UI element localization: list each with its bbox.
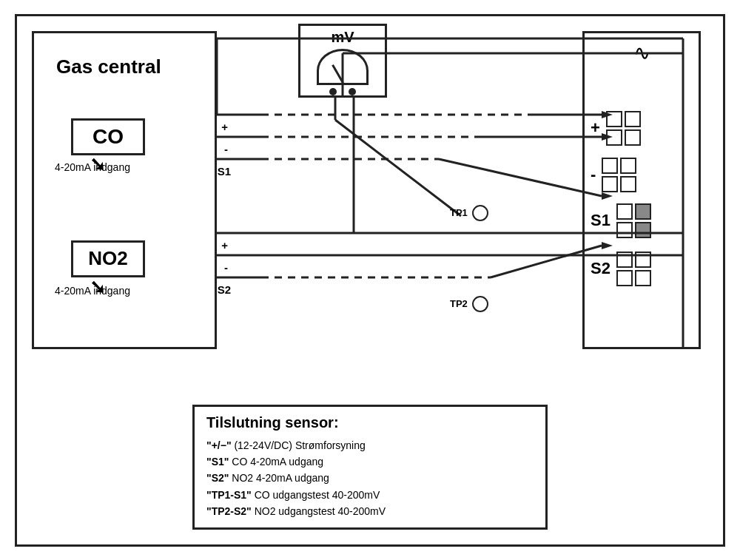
- tp1-test-point: TP1: [450, 205, 488, 221]
- no2-sensor-box: NO2: [71, 240, 145, 277]
- connector-box: [625, 111, 641, 127]
- legend-item-4: "TP1-S1" CO udgangstest 40-200mV: [206, 487, 534, 503]
- tp1-label: TP1: [450, 207, 468, 218]
- connector-box: [602, 176, 618, 192]
- svg-line-17: [335, 120, 461, 216]
- mv-needle-icon: [332, 64, 344, 84]
- connector-box: [625, 129, 641, 146]
- connector-box: [616, 252, 633, 268]
- connector-box-filled: [635, 203, 651, 220]
- mv-label: mV: [331, 26, 354, 46]
- tp2-test-point: TP2: [450, 296, 488, 312]
- no2-label: NO2: [88, 247, 127, 270]
- connector-box: [616, 270, 633, 286]
- co-arrow-icon: ➘: [90, 153, 106, 176]
- legend-item-1: "+/−" (12-24V/DC) Strømforsyning: [206, 437, 534, 453]
- no2-minus-terminal: -: [224, 261, 228, 274]
- tp2-circle-icon: [472, 296, 488, 312]
- no2-arrow-icon: ➘: [90, 276, 106, 299]
- legend-item-3: "S2" NO2 4-20mA udgang: [206, 470, 534, 486]
- gas-central-title: Gas central: [56, 55, 161, 78]
- right-panel: ∿ + -: [582, 31, 701, 349]
- mv-meter: mV: [298, 24, 387, 98]
- connector-box: [602, 158, 618, 174]
- connector-box: [616, 203, 633, 220]
- right-plus-terminal: +: [591, 118, 600, 138]
- no2-s2-terminal: S2: [218, 283, 231, 296]
- no2-plus-terminal: +: [221, 239, 228, 252]
- connector-box: [635, 270, 651, 286]
- svg-line-12: [439, 159, 602, 196]
- legend-item-2: "S1" CO 4-20mA udgang: [206, 453, 534, 470]
- connector-box: [620, 176, 636, 192]
- connector-box: [606, 111, 622, 127]
- wave-symbol-icon: ∿: [633, 41, 650, 65]
- connector-box: [620, 158, 636, 174]
- co-sensor-box: CO: [71, 118, 145, 155]
- gas-central-box: Gas central CO 4-20mA indgang ➘ NO2 4-20…: [32, 31, 217, 349]
- legend-title: Tilslutning sensor:: [206, 414, 534, 431]
- connector-box: [606, 129, 622, 146]
- co-s1-terminal: S1: [218, 165, 231, 178]
- co-plus-terminal: +: [221, 121, 228, 133]
- right-minus-terminal: -: [591, 165, 596, 184]
- right-s1-terminal: S1: [591, 211, 610, 230]
- co-label: CO: [92, 125, 124, 149]
- connector-box: [616, 222, 633, 238]
- right-s2-terminal: S2: [591, 259, 610, 278]
- legend-box: Tilslutning sensor: "+/−" (12-24V/DC) St…: [192, 405, 548, 530]
- legend-item-5: "TP2-S2" NO2 udgangstest 40-200mV: [206, 503, 534, 519]
- probe-dot-right: [349, 88, 356, 95]
- connector-box: [635, 252, 651, 268]
- probe-dot-left: [329, 88, 337, 95]
- tp2-label: TP2: [450, 298, 468, 309]
- mv-meter-circle: [317, 49, 369, 85]
- tp1-circle-icon: [472, 205, 488, 221]
- diagram-container: Gas central CO 4-20mA indgang ➘ NO2 4-20…: [15, 14, 725, 547]
- connector-box-filled: [635, 222, 651, 238]
- co-minus-terminal: -: [224, 143, 228, 155]
